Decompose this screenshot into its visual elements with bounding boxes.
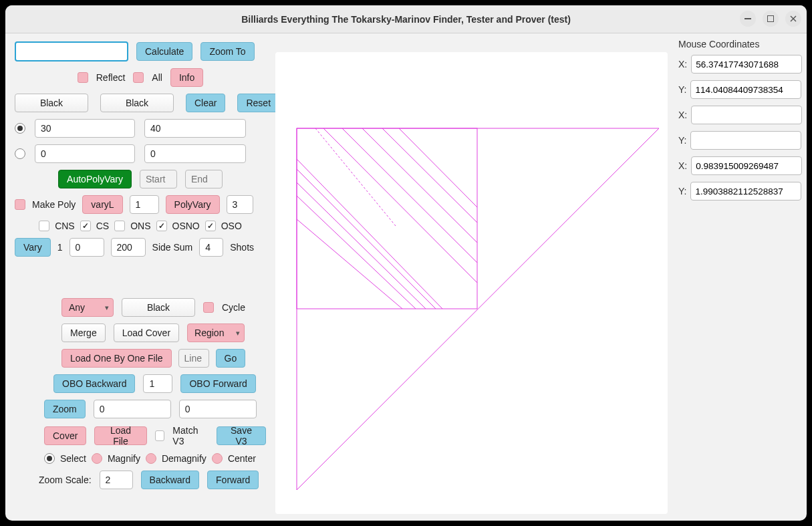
- color2-button[interactable]: Black: [100, 94, 174, 112]
- select-label: Select: [60, 453, 86, 464]
- svg-line-10: [297, 219, 402, 309]
- x3-label: X:: [678, 160, 687, 171]
- color1-button[interactable]: Black: [15, 94, 88, 112]
- oso-checkbox[interactable]: [205, 221, 216, 231]
- obo-val-input[interactable]: [143, 374, 172, 393]
- polyvary-input[interactable]: [227, 195, 253, 214]
- side-val-input[interactable]: [199, 238, 223, 257]
- black3-button[interactable]: Black: [122, 298, 195, 317]
- zoom-scale-label: Zoom Scale:: [39, 475, 92, 485]
- clear-button[interactable]: Clear: [186, 94, 225, 112]
- osno-checkbox[interactable]: [156, 221, 167, 231]
- varyl-button[interactable]: varyL: [82, 195, 122, 214]
- merge-button[interactable]: Merge: [61, 323, 106, 342]
- obo-forward-button[interactable]: OBO Forward: [180, 374, 255, 393]
- calculate-button[interactable]: Calculate: [136, 42, 192, 61]
- y1-input[interactable]: [690, 80, 801, 99]
- reflect-checkbox[interactable]: [78, 72, 88, 83]
- zoom-to-button[interactable]: Zoom To: [200, 42, 254, 61]
- any-select[interactable]: Any: [61, 298, 114, 317]
- zoom-scale-input[interactable]: [100, 471, 133, 489]
- region-select[interactable]: Region: [187, 323, 245, 342]
- load-file-button[interactable]: Load File: [94, 426, 146, 445]
- x1-input[interactable]: [691, 55, 802, 74]
- angle1a-input[interactable]: [35, 119, 135, 138]
- start-input[interactable]: [140, 170, 177, 188]
- reflect-label: Reflect: [96, 72, 126, 83]
- x2-label: X:: [678, 110, 687, 120]
- varyl-input[interactable]: [130, 195, 159, 214]
- y2-label: Y:: [678, 135, 686, 146]
- y3-label: Y:: [678, 186, 686, 196]
- make-poly-label: Make Poly: [32, 199, 76, 210]
- center-radio[interactable]: [212, 453, 223, 464]
- plot-svg: [275, 52, 670, 513]
- reset-button[interactable]: Reset: [237, 94, 279, 112]
- canvas-area[interactable]: [275, 52, 668, 514]
- svg-line-12: [342, 128, 477, 263]
- side-sum-label: Side Sum: [152, 242, 193, 253]
- zoom-v1-input[interactable]: [94, 400, 171, 418]
- svg-line-9: [297, 196, 416, 309]
- forward-button[interactable]: Forward: [207, 471, 259, 489]
- magnify-label: Magnify: [108, 453, 140, 464]
- angle1b-input[interactable]: [144, 119, 246, 138]
- x1-label: X:: [678, 59, 687, 70]
- all-label: All: [152, 72, 162, 83]
- make-poly-checkbox[interactable]: [15, 199, 25, 210]
- left-panel: Calculate Zoom To Reflect All Info Black…: [5, 33, 275, 521]
- cover-button[interactable]: Cover: [44, 426, 86, 445]
- svg-line-15: [399, 128, 477, 207]
- info-button[interactable]: Info: [170, 68, 203, 87]
- end-input[interactable]: [185, 170, 223, 188]
- zoom-button[interactable]: Zoom: [44, 400, 86, 418]
- svg-line-11: [323, 128, 477, 283]
- y3-input[interactable]: [690, 182, 801, 201]
- go-button[interactable]: Go: [216, 349, 246, 368]
- svg-line-6: [297, 159, 442, 309]
- save-v3-button[interactable]: Save V3: [217, 426, 266, 445]
- autopolyvary-button[interactable]: AutoPolyVary: [58, 170, 132, 188]
- svg-rect-1: [768, 16, 774, 22]
- line-input[interactable]: [178, 349, 209, 368]
- angle-radio-1[interactable]: [15, 123, 25, 134]
- minimize-button[interactable]: [740, 11, 756, 27]
- svg-line-13: [362, 128, 477, 243]
- zoom-v2-input[interactable]: [179, 400, 257, 418]
- demagnify-label: Demagnify: [162, 453, 207, 464]
- titlebar: Billiards Everything The Tokarsky-Marino…: [5, 5, 807, 33]
- cs-label: CS: [96, 221, 109, 231]
- cs-checkbox[interactable]: [80, 221, 91, 231]
- cns-checkbox[interactable]: [39, 221, 49, 231]
- all-checkbox[interactable]: [133, 72, 144, 83]
- window-title: Billiards Everything The Tokarsky-Marino…: [241, 14, 571, 25]
- osno-label: OSNO: [172, 221, 200, 231]
- obo-backward-button[interactable]: OBO Backward: [53, 374, 135, 393]
- main-input[interactable]: [15, 41, 128, 61]
- cycle-checkbox[interactable]: [203, 302, 214, 313]
- close-button[interactable]: [785, 11, 801, 27]
- y2-input[interactable]: [690, 131, 801, 150]
- select-radio[interactable]: [44, 453, 55, 464]
- angle2a-input[interactable]: [35, 144, 135, 163]
- x2-input[interactable]: [691, 106, 802, 124]
- angle2b-input[interactable]: [144, 144, 246, 163]
- load-cover-button[interactable]: Load Cover: [114, 323, 179, 342]
- maximize-button[interactable]: [763, 11, 779, 27]
- svg-line-8: [297, 182, 426, 309]
- angle-radio-2[interactable]: [15, 148, 25, 159]
- vary-button[interactable]: Vary: [15, 238, 51, 257]
- x3-input[interactable]: [691, 156, 802, 175]
- vary-val2-input[interactable]: [111, 238, 146, 257]
- vary-val1-input[interactable]: [70, 238, 104, 257]
- match-v3-checkbox[interactable]: [155, 430, 165, 441]
- polyvary-button[interactable]: PolyVary: [166, 195, 220, 214]
- svg-rect-0: [745, 18, 751, 19]
- backward-button[interactable]: Backward: [141, 471, 199, 489]
- y1-label: Y:: [678, 84, 686, 95]
- magnify-radio[interactable]: [92, 453, 102, 464]
- load-obo-file-button[interactable]: Load One By One File: [61, 349, 172, 368]
- vary-num-label: 1: [57, 242, 63, 253]
- ons-checkbox[interactable]: [114, 221, 125, 231]
- demagnify-radio[interactable]: [146, 453, 156, 464]
